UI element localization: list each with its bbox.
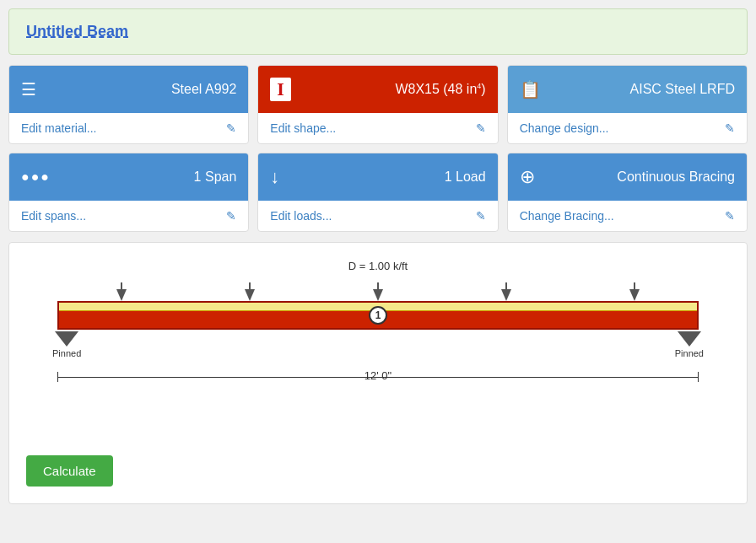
arrow-3 [373, 289, 383, 301]
spans-icon: ●●● [21, 169, 51, 185]
material-card-footer: Edit material... ✎ [9, 113, 248, 143]
span-label: 12' 0" [58, 369, 698, 382]
material-card-header: ☰ Steel A992 [9, 66, 248, 113]
spans-card-footer: Edit spans... ✎ [9, 201, 248, 231]
load-label: D = 1.00 k/ft [348, 260, 408, 272]
arrow-5 [629, 289, 640, 301]
loads-card-footer: Edit loads... ✎ [258, 201, 497, 231]
edit-loads-icon[interactable]: ✎ [476, 209, 486, 223]
edit-material-link[interactable]: Edit material... [21, 121, 96, 135]
material-icon: ☰ [21, 79, 36, 99]
load-arrows [57, 276, 699, 301]
dim-tick-right [698, 372, 699, 382]
header-bar: Untitled Beam [8, 8, 748, 55]
design-card-header: 📋 AISC Steel LRFD [508, 66, 747, 113]
right-support-label: Pinned [675, 348, 704, 358]
edit-design-icon[interactable]: ✎ [725, 121, 735, 135]
change-design-link[interactable]: Change design... [520, 121, 609, 135]
shape-card-header: I W8X15 (48 in4) [258, 66, 497, 113]
edit-loads-link[interactable]: Edit loads... [270, 209, 332, 223]
beam-diagram: D = 1.00 k/ft 1 Pinned Pinned [8, 242, 748, 504]
loads-value: 1 Load [289, 169, 485, 185]
calculate-button[interactable]: Calculate [26, 455, 113, 487]
loads-card-header: ↓ 1 Load [258, 153, 497, 201]
material-value: Steel A992 [46, 82, 236, 97]
edit-bracing-icon[interactable]: ✎ [725, 209, 735, 223]
edit-shape-link[interactable]: Edit shape... [270, 121, 336, 135]
beam-wrapper: 1 Pinned Pinned 12' 0" [57, 301, 699, 382]
left-triangle [55, 331, 78, 347]
beam-title[interactable]: Untitled Beam [26, 23, 128, 40]
shape-icon: I [270, 78, 291, 101]
change-bracing-link[interactable]: Change Bracing... [520, 209, 614, 223]
edit-shape-icon[interactable]: ✎ [476, 121, 486, 135]
left-support: Pinned [52, 331, 81, 358]
spans-card-header: ●●● 1 Span [9, 153, 248, 201]
material-card: ☰ Steel A992 Edit material... ✎ [8, 65, 249, 144]
spans-value: 1 Span [61, 169, 236, 185]
bracing-card: ⊕ Continuous Bracing Change Bracing... ✎ [507, 153, 748, 232]
dimension-row: 12' 0" [57, 372, 699, 382]
design-card-footer: Change design... ✎ [508, 113, 747, 143]
edit-material-icon[interactable]: ✎ [226, 121, 236, 135]
loads-card: ↓ 1 Load Edit loads... ✎ [257, 153, 498, 232]
bracing-icon: ⊕ [520, 166, 535, 188]
design-value: AISC Steel LRFD [551, 82, 735, 97]
left-support-label: Pinned [52, 348, 81, 358]
edit-spans-link[interactable]: Edit spans... [21, 209, 86, 223]
right-triangle [678, 331, 701, 347]
cards-grid: ☰ Steel A992 Edit material... ✎ I W8X15 … [8, 65, 748, 232]
arrow-1 [116, 289, 127, 301]
spans-card: ●●● 1 Span Edit spans... ✎ [8, 153, 249, 232]
design-card: 📋 AISC Steel LRFD Change design... ✎ [507, 65, 748, 144]
arrow-4 [501, 289, 511, 301]
right-support: Pinned [675, 331, 704, 358]
bracing-card-header: ⊕ Continuous Bracing [508, 153, 747, 201]
shape-card-footer: Edit shape... ✎ [258, 113, 497, 143]
shape-card: I W8X15 (48 in4) Edit shape... ✎ [257, 65, 498, 144]
design-icon: 📋 [520, 79, 541, 99]
loads-icon: ↓ [270, 166, 279, 188]
beam-body: 1 Pinned Pinned [57, 301, 699, 330]
edit-spans-icon[interactable]: ✎ [226, 209, 236, 223]
bracing-card-footer: Change Bracing... ✎ [508, 201, 747, 231]
bracing-value: Continuous Bracing [545, 169, 735, 185]
dim-line: 12' 0" [58, 377, 698, 378]
diagram-area: D = 1.00 k/ft 1 Pinned Pinned [26, 260, 730, 445]
arrow-2 [245, 289, 255, 301]
shape-value: W8X15 (48 in4) [301, 82, 486, 97]
beam-number: 1 [369, 306, 387, 325]
